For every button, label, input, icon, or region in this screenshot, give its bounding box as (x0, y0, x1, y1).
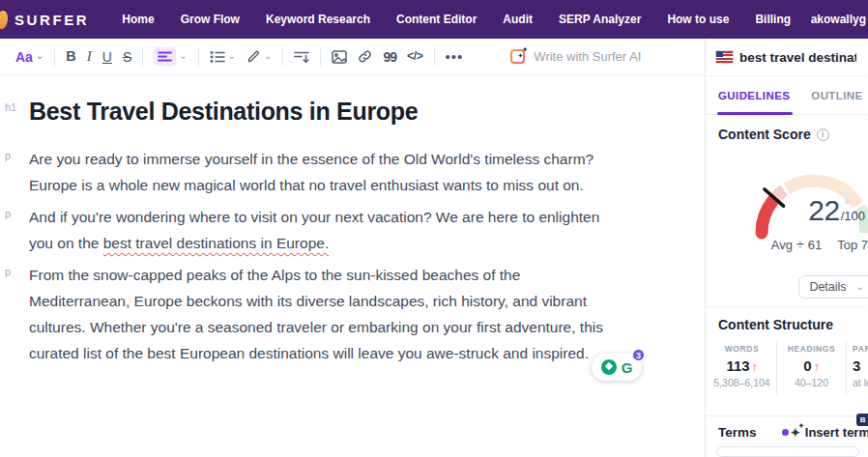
p-marker: p (5, 150, 11, 161)
ordered-list-icon (210, 50, 225, 64)
sidebar-tabs: GUIDELINES OUTLINE (706, 76, 867, 115)
write-with-surfer-ai-label: Write with Surfer AI (534, 49, 641, 64)
grammarly-logo-icon[interactable]: G (622, 360, 633, 375)
score-benchmarks: Avg ÷ 61 Top 7 (771, 237, 868, 252)
paragraph-3[interactable]: From the snow-capped peaks of the Alps t… (29, 262, 615, 366)
editor-toolbar: Aa ⌄ B I U S ⌄ ⌄ (0, 39, 705, 75)
content-score-section: Content Score i ✳ ✳ (706, 115, 867, 299)
trend-up-icon: ↑ (752, 360, 758, 374)
indent-down-button[interactable] (294, 50, 309, 64)
italic-button[interactable]: I (87, 49, 92, 64)
toolbar-divider (142, 48, 143, 66)
details-row: Details ⌄ (718, 275, 867, 299)
sparkle-icon: ✦ (517, 52, 523, 60)
paragraph-block[interactable]: p From the snow-capped peaks of the Alps… (29, 262, 615, 366)
paragraph-2[interactable]: And if you're wondering where to visit o… (29, 204, 615, 256)
tab-guidelines[interactable]: GUIDELINES (718, 76, 790, 114)
stat-paragraphs-header: PARA (853, 344, 868, 354)
terms-header-row: Terms B ✦✦ Insert term (706, 416, 867, 440)
account-menu[interactable]: akowallyg (811, 13, 866, 26)
font-style-dropdown[interactable]: Aa ⌄ (15, 50, 43, 64)
score-max: /100 (841, 209, 865, 223)
nav-item-content-editor[interactable]: Content Editor (396, 13, 477, 26)
toolbar-divider (434, 48, 435, 66)
nav-item-serp-analyzer[interactable]: SERP Analyzer (559, 13, 641, 26)
info-icon[interactable]: i (817, 129, 829, 141)
nav-item-how-to-use[interactable]: How to use (667, 13, 729, 26)
stat-words[interactable]: WORDS 113↑ 5,308–6,104 (708, 341, 776, 394)
beta-badge: B (856, 414, 868, 426)
grammarly-widget[interactable]: G 3 (592, 354, 642, 381)
query-title[interactable]: best travel destinations i (739, 50, 856, 65)
paragraph-block[interactable]: p Are you ready to immerse yourself in t… (29, 146, 615, 198)
terms-search-input[interactable] (716, 446, 859, 457)
stat-headings-value: 0 (803, 357, 811, 374)
content-structure-section: Content Structure WORDS 113↑ 5,308–6,104… (706, 307, 867, 394)
ordered-list-dropdown[interactable]: ⌄ (210, 50, 236, 64)
nav-item-keyword-research[interactable]: Keyword Research (266, 13, 370, 26)
code-button[interactable]: </> (407, 50, 423, 63)
grammarly-count-badge: 3 (632, 349, 645, 361)
strikethrough-button[interactable]: S (123, 50, 131, 64)
nav-menu: Home Grow Flow Keyword Research Content … (122, 13, 791, 26)
h1-marker: h1 (5, 101, 16, 113)
indent-down-icon (294, 50, 309, 64)
align-dropdown[interactable]: ⌄ (154, 47, 187, 66)
stat-words-range: 5,308–6,104 (708, 377, 776, 388)
surfer-logo-icon (0, 9, 10, 29)
toolbar-divider (320, 48, 321, 66)
insert-link-button[interactable] (358, 49, 372, 64)
p-marker: p (5, 208, 11, 219)
write-with-surfer-ai-button[interactable]: ✦ ✦ Write with Surfer AI (510, 49, 641, 64)
insert-image-button[interactable] (332, 50, 347, 64)
stat-headings[interactable]: HEADINGS 0↑ 40–120 (777, 341, 846, 394)
bold-button[interactable]: B (66, 49, 75, 64)
guidelines-sidebar: best travel destinations i GUIDELINES OU… (706, 39, 867, 457)
toolbar-divider (198, 48, 199, 66)
paragraph-block[interactable]: p And if you're wondering where to visit… (29, 204, 615, 256)
insert-term-button[interactable]: B ✦✦ Insert term (791, 425, 868, 440)
chevron-down-icon: ⌄ (264, 51, 272, 61)
terms-label: Terms (718, 425, 757, 440)
chevron-down-icon: ⌄ (228, 51, 236, 61)
chevron-down-icon: ⌄ (179, 51, 187, 61)
more-options-button[interactable]: ••• (446, 49, 464, 64)
stat-headings-range: 40–120 (777, 377, 846, 388)
nav-item-grow-flow[interactable]: Grow Flow (181, 13, 240, 26)
stat-headings-header: HEADINGS (777, 344, 846, 354)
nav-item-billing[interactable]: Billing (755, 13, 791, 26)
stat-paragraphs[interactable]: PARA 3 at le (847, 341, 868, 394)
avg-value: 61 (808, 238, 822, 252)
structure-stats: WORDS 113↑ 5,308–6,104 HEADINGS 0↑ 40–12… (708, 341, 867, 394)
terms-status-dot (782, 429, 789, 436)
top-nav: SURFER Home Grow Flow Keyword Research C… (0, 0, 868, 39)
surfer-logo[interactable]: SURFER (0, 11, 89, 29)
document-heading[interactable]: Best Travel Destinations in Europe (29, 97, 615, 127)
grammarly-suggestion-icon[interactable] (601, 359, 617, 375)
font-style-label: Aa (15, 50, 33, 64)
score-value-row: 22 /100 (808, 194, 865, 227)
blockquote-button[interactable]: 99 (383, 50, 396, 64)
heading-block[interactable]: h1 Best Travel Destinations in Europe (29, 97, 615, 127)
score-value: 22 (808, 194, 839, 227)
editor-pane: Aa ⌄ B I U S ⌄ ⌄ (0, 39, 706, 457)
nav-item-home[interactable]: Home (122, 13, 154, 26)
chevron-down-icon: ⌄ (36, 51, 43, 61)
us-flag-icon (716, 51, 733, 63)
tab-outline[interactable]: OUTLINE (811, 76, 862, 114)
nav-item-audit[interactable]: Audit (503, 13, 533, 26)
trend-up-icon: ↑ (814, 360, 820, 374)
toolbar-divider (54, 48, 55, 66)
details-button[interactable]: Details ⌄ (798, 275, 868, 299)
image-icon (332, 50, 347, 64)
pen-icon (246, 49, 261, 64)
underline-button[interactable]: U (102, 50, 112, 64)
stat-words-value: 113 (726, 357, 749, 374)
stat-paragraphs-range: at le (853, 377, 868, 388)
surfer-ai-icon: ✦ ✦ (510, 49, 525, 64)
highlighter-dropdown[interactable]: ⌄ (246, 49, 272, 64)
paragraph-1[interactable]: Are you ready to immerse yourself in the… (29, 146, 615, 198)
avg-label: Avg (771, 238, 793, 252)
editor-content[interactable]: h1 Best Travel Destinations in Europe p … (0, 75, 705, 457)
average-icon: ÷ (796, 237, 804, 253)
